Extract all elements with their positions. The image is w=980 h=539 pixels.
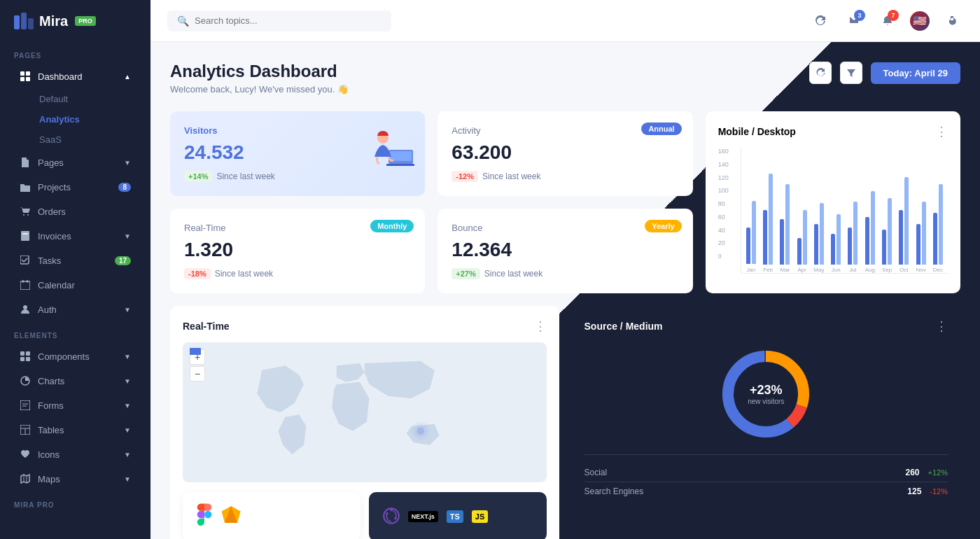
- donut-center: +23% new visitors: [748, 383, 784, 405]
- svg-point-42: [394, 517, 396, 519]
- activity-change-text: Since last week: [482, 172, 540, 181]
- search-change: -12%: [930, 487, 948, 496]
- redux-icon: [383, 507, 400, 526]
- bar-pair-aug: [865, 191, 875, 265]
- tasks-badge: 17: [115, 256, 131, 265]
- filter-header-button[interactable]: [840, 62, 862, 84]
- bar-label-nov: Nov: [916, 267, 925, 273]
- map-title: Real-Time: [183, 321, 230, 332]
- sidebar-item-charts[interactable]: Charts ▼: [6, 369, 145, 393]
- elements-section-label: Elements: [0, 322, 150, 344]
- y-label-20: 20: [718, 239, 738, 246]
- page-header-text: Analytics Dashboard Welcome back, Lucy! …: [170, 62, 349, 94]
- realtime-card: Real-Time Monthly 1.320 -18% Since last …: [170, 209, 425, 293]
- bar-label-may: May: [813, 267, 824, 273]
- refresh-button[interactable]: [809, 10, 832, 32]
- donut-percentage: +23%: [748, 383, 784, 398]
- bar-apr-light: [803, 210, 807, 265]
- bar-aug-dark: [865, 217, 869, 265]
- sidebar-sub-analytics[interactable]: Analytics: [32, 109, 150, 130]
- auth-label: Auth: [38, 304, 117, 315]
- bar-jan-dark: [746, 227, 750, 264]
- bar-chart-container: 160 140 120 100 80 60 40 20 0: [718, 148, 948, 274]
- sidebar-item-projects[interactable]: Projects 8: [6, 175, 145, 199]
- messages-button[interactable]: 3: [843, 10, 865, 32]
- bar-dec-light: [939, 184, 943, 265]
- dev-tools-card: NEXT.js TS JS: [369, 492, 547, 539]
- javascript-icon: JS: [472, 510, 488, 523]
- mobile-desktop-header: Mobile / Desktop ⋮: [718, 124, 948, 139]
- logo-area: Mira PRO: [0, 0, 150, 42]
- y-axis: 160 140 120 100 80 60 40 20 0: [718, 148, 738, 274]
- components-icon: [20, 351, 31, 362]
- sidebar-sub-default[interactable]: Default: [32, 89, 150, 109]
- logo-icon: [14, 13, 34, 29]
- notifications-button[interactable]: 7: [876, 10, 899, 32]
- map-flag: [190, 348, 201, 355]
- y-label-100: 100: [718, 187, 738, 194]
- sidebar-item-maps[interactable]: Maps ▼: [6, 467, 145, 491]
- bounce-card: Bounce Yearly 12.364 +27% Since last wee…: [438, 209, 692, 293]
- sidebar-item-calendar[interactable]: Calendar: [6, 273, 145, 297]
- map-zoom-out-button[interactable]: −: [190, 366, 205, 382]
- map-more-button[interactable]: ⋮: [534, 318, 547, 334]
- visitors-change-text: Since last week: [216, 172, 274, 181]
- bar-mar-dark: [780, 219, 784, 265]
- bar-pair-jan: [746, 201, 756, 264]
- sidebar-item-orders[interactable]: Orders: [6, 200, 145, 223]
- source-header: Source / Medium ⋮: [584, 318, 948, 334]
- svg-rect-16: [20, 351, 24, 356]
- bar-oct-light: [904, 177, 909, 265]
- calendar-label: Calendar: [38, 280, 131, 290]
- forms-label: Forms: [38, 400, 117, 411]
- source-row-search: Search Engines 125 -12%: [584, 482, 948, 500]
- svg-rect-9: [21, 231, 29, 241]
- chevron-up-icon: ▲: [124, 73, 131, 80]
- sidebar-item-forms[interactable]: Forms ▼: [6, 393, 145, 417]
- sidebar-item-invoices[interactable]: Invoices ▼: [6, 224, 145, 248]
- mobile-desktop-more-button[interactable]: ⋮: [935, 124, 948, 139]
- sidebar-item-tables[interactable]: Tables ▼: [6, 418, 145, 442]
- orders-label: Orders: [38, 206, 131, 217]
- bounce-change-badge: +27%: [451, 268, 479, 279]
- bar-group-sep: Sep: [880, 198, 894, 273]
- tech-logos-row: NEXT.js TS JS: [183, 492, 547, 539]
- bar-group-apr: Apr: [795, 210, 809, 273]
- today-button[interactable]: Today: April 29: [871, 62, 960, 84]
- tasks-label: Tasks: [38, 255, 108, 266]
- y-label-60: 60: [718, 214, 738, 220]
- bar-may-light: [820, 203, 824, 265]
- maps-label: Maps: [38, 474, 117, 484]
- map-header: Real-Time ⋮: [183, 318, 547, 334]
- source-more-button[interactable]: ⋮: [935, 318, 948, 334]
- search-wrapper[interactable]: 🔍: [167, 10, 391, 31]
- y-label-80: 80: [718, 200, 738, 207]
- sidebar-item-tasks[interactable]: Tasks 17: [6, 248, 145, 272]
- map-container: + −: [183, 342, 547, 482]
- sidebar-sub-saas[interactable]: SaaS: [32, 130, 150, 150]
- table-icon: [20, 424, 31, 435]
- sidebar-item-components[interactable]: Components ▼: [6, 344, 145, 368]
- cart-icon: [20, 206, 31, 217]
- search-values: 125 -12%: [907, 486, 948, 496]
- sidebar-item-icons[interactable]: Icons ▼: [6, 442, 145, 466]
- world-map-svg: [183, 342, 547, 482]
- search-input[interactable]: [195, 15, 382, 26]
- check-icon: [20, 255, 31, 266]
- activity-label: Activity: [451, 125, 480, 136]
- file-icon: [20, 157, 31, 168]
- refresh-header-button[interactable]: [809, 62, 832, 84]
- source-medium-card: Source / Medium ⋮: [572, 306, 961, 539]
- sidebar-item-auth[interactable]: Auth ▼: [6, 298, 145, 321]
- power-button[interactable]: [941, 10, 963, 32]
- search-icon: 🔍: [177, 15, 189, 27]
- icons-chevron: ▼: [124, 451, 131, 458]
- sidebar-item-pages[interactable]: Pages ▼: [6, 150, 145, 174]
- grid-icon: [20, 71, 31, 82]
- activity-badge: Annual: [641, 122, 681, 135]
- receipt-icon: [20, 230, 31, 241]
- language-button[interactable]: 🇺🇸: [910, 11, 930, 31]
- sidebar-item-dashboard[interactable]: Dashboard ▲: [6, 64, 145, 88]
- main-area: 🔍 3 7 🇺🇸: [150, 0, 980, 539]
- invoices-label: Invoices: [38, 231, 117, 241]
